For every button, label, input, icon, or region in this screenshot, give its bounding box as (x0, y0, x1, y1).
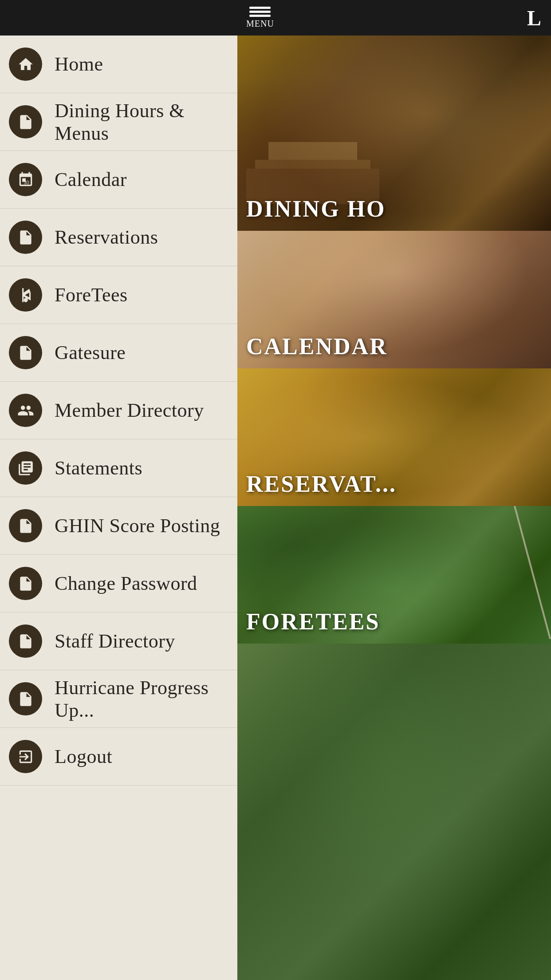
sidebar-label-member-directory: Member Directory (55, 399, 204, 422)
sidebar-header (0, 0, 237, 36)
calendar-icon-circle: 30 (9, 163, 42, 196)
sidebar-label-foretees: ForeTees (55, 284, 128, 306)
sidebar-item-calendar[interactable]: 30 Calendar (0, 151, 237, 209)
menu-bar-1 (249, 7, 271, 9)
sidebar-label-change-password: Change Password (55, 572, 197, 595)
home-icon (17, 56, 34, 73)
tile-reservations-label: RESERVAT... (246, 471, 397, 497)
statements-icon-circle (9, 451, 42, 485)
sidebar-label-reservations: Reservations (55, 226, 158, 249)
sidebar-label-gatesure: Gatesure (55, 341, 126, 364)
member-dir-icon-circle (9, 394, 42, 427)
tile-foretees-label: FORETEES (246, 609, 380, 635)
sidebar-item-logout[interactable]: Logout (0, 728, 237, 786)
sidebar-item-ghin[interactable]: GHIN Score Posting (0, 497, 237, 555)
reservations-icon-circle (9, 221, 42, 254)
sidebar-label-logout: Logout (55, 745, 112, 768)
sidebar-label-hurricane: Hurricane Progress Up... (55, 676, 228, 722)
sidebar-item-reservations[interactable]: Reservations (0, 209, 237, 266)
sidebar-item-member-directory[interactable]: Member Directory (0, 382, 237, 439)
calendar-icon: 30 (17, 171, 34, 188)
sidebar-item-change-password[interactable]: Change Password (0, 555, 237, 612)
reservations-icon (17, 229, 34, 246)
sidebar-label-ghin: GHIN Score Posting (55, 514, 220, 537)
menu-button[interactable]: MENU (246, 7, 274, 29)
ghin-icon-circle (9, 509, 42, 542)
sidebar-item-gatesure[interactable]: Gatesure (0, 324, 237, 382)
foretees-icon-circle (9, 278, 42, 312)
right-header: MENU L (237, 0, 551, 36)
sidebar-label-staff-directory: Staff Directory (55, 630, 175, 652)
sidebar-label-statements: Statements (55, 457, 142, 479)
svg-text:30: 30 (24, 179, 29, 185)
gatesure-icon (17, 344, 34, 361)
sidebar-item-hurricane[interactable]: Hurricane Progress Up... (0, 670, 237, 728)
golf-club-decoration (514, 506, 551, 639)
tile-bottom[interactable] (237, 644, 551, 980)
logout-icon (17, 748, 34, 765)
statements-icon (17, 460, 34, 477)
home-icon-circle (9, 47, 42, 81)
staff-dir-icon (17, 633, 34, 650)
tile-dining-label: DINING HO (246, 196, 386, 222)
right-panel: MENU L DINING HO CALENDAR RESERVAT... FO… (237, 0, 551, 980)
sidebar-item-foretees[interactable]: ForeTees (0, 266, 237, 324)
change-password-icon-circle (9, 567, 42, 600)
sidebar: Home Dining Hours & Menus 30 Calendar Re… (0, 0, 237, 980)
hurricane-icon-circle (9, 682, 42, 715)
sidebar-label-home: Home (55, 53, 103, 75)
tile-dining[interactable]: DINING HO (237, 36, 551, 231)
ghin-icon (17, 518, 34, 534)
menu-label: MENU (246, 19, 274, 29)
sidebar-label-calendar: Calendar (55, 168, 127, 191)
sidebar-label-dining: Dining Hours & Menus (55, 99, 228, 145)
gatesure-icon-circle (9, 336, 42, 369)
logout-icon-circle (9, 740, 42, 773)
svg-point-1 (24, 298, 28, 302)
logo-text: L (527, 6, 542, 30)
hurricane-icon (17, 691, 34, 707)
tile-foretees[interactable]: FORETEES (237, 506, 551, 644)
building-decoration (246, 115, 379, 204)
sidebar-item-staff-directory[interactable]: Staff Directory (0, 612, 237, 670)
tile-reservations[interactable]: RESERVAT... (237, 368, 551, 506)
menu-bar-2 (249, 11, 271, 13)
golf-icon (17, 287, 34, 304)
tile-calendar[interactable]: CALENDAR (237, 231, 551, 368)
tile-calendar-label: CALENDAR (246, 333, 388, 360)
dining-icon (17, 114, 34, 130)
sidebar-item-dining[interactable]: Dining Hours & Menus (0, 93, 237, 151)
change-password-icon (17, 575, 34, 592)
menu-bar-3 (249, 15, 271, 17)
dining-icon-circle (9, 105, 42, 138)
sidebar-item-statements[interactable]: Statements (0, 439, 237, 497)
people-icon (17, 402, 34, 419)
sidebar-item-home[interactable]: Home (0, 36, 237, 93)
staff-dir-icon-circle (9, 624, 42, 658)
